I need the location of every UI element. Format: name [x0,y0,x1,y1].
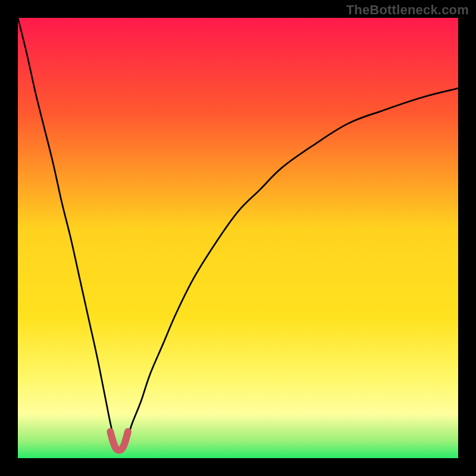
watermark: TheBottleneck.com [346,2,469,18]
plot-area [18,18,458,458]
chart-svg [18,18,458,458]
gradient-background [18,18,458,458]
chart-frame: TheBottleneck.com [0,0,476,476]
